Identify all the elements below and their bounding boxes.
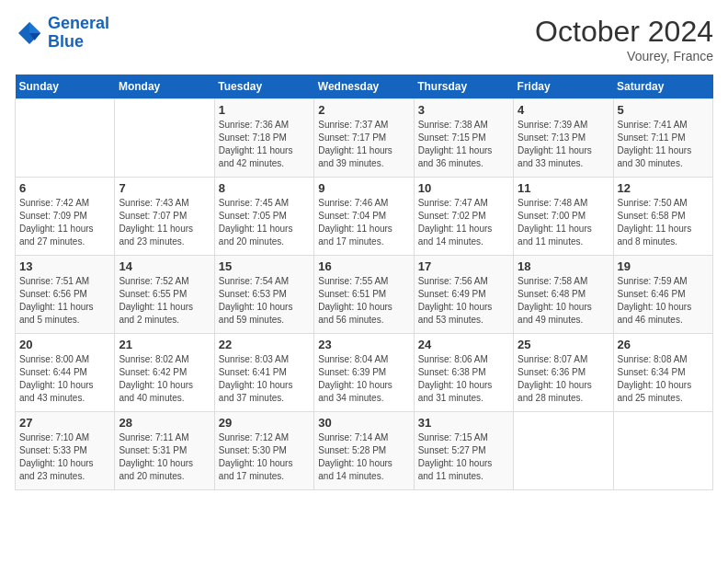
calendar-cell: 6Sunrise: 7:42 AM Sunset: 7:09 PM Daylig… [16,178,115,256]
calendar-cell: 16Sunrise: 7:55 AM Sunset: 6:51 PM Dayli… [314,256,414,334]
day-detail: Sunrise: 7:37 AM Sunset: 7:17 PM Dayligh… [318,119,409,170]
calendar-week-row: 27Sunrise: 7:10 AM Sunset: 5:33 PM Dayli… [16,412,713,490]
calendar-cell: 26Sunrise: 8:08 AM Sunset: 6:34 PM Dayli… [613,334,712,412]
day-detail: Sunrise: 8:03 AM Sunset: 6:41 PM Dayligh… [219,353,310,405]
day-number: 27 [19,416,110,430]
weekday-header: Friday [514,75,613,99]
day-number: 22 [219,338,310,351]
weekday-header: Monday [115,75,214,99]
calendar-cell: 9Sunrise: 7:46 AM Sunset: 7:04 PM Daylig… [314,178,414,256]
day-detail: Sunrise: 7:14 AM Sunset: 5:28 PM Dayligh… [318,431,409,483]
calendar-cell: 25Sunrise: 8:07 AM Sunset: 6:36 PM Dayli… [514,334,613,412]
calendar-header: SundayMondayTuesdayWednesdayThursdayFrid… [16,75,713,99]
day-number: 13 [19,259,110,273]
calendar-cell: 22Sunrise: 8:03 AM Sunset: 6:41 PM Dayli… [214,334,313,412]
day-detail: Sunrise: 7:42 AM Sunset: 7:09 PM Dayligh… [19,197,110,248]
calendar-cell: 12Sunrise: 7:50 AM Sunset: 6:58 PM Dayli… [613,178,712,256]
day-number: 11 [518,181,609,195]
day-detail: Sunrise: 7:58 AM Sunset: 6:48 PM Dayligh… [518,275,609,327]
day-detail: Sunrise: 7:36 AM Sunset: 7:18 PM Dayligh… [219,119,310,170]
day-number: 29 [219,416,310,430]
calendar-cell: 1Sunrise: 7:36 AM Sunset: 7:18 PM Daylig… [214,99,313,178]
day-detail: Sunrise: 8:00 AM Sunset: 6:44 PM Dayligh… [19,353,110,405]
day-number: 7 [119,181,210,195]
calendar-cell [16,99,115,178]
day-detail: Sunrise: 7:38 AM Sunset: 7:15 PM Dayligh… [418,119,509,170]
day-detail: Sunrise: 7:51 AM Sunset: 6:56 PM Dayligh… [19,275,110,327]
day-number: 3 [418,103,509,117]
calendar-cell: 10Sunrise: 7:47 AM Sunset: 7:02 PM Dayli… [414,178,513,256]
day-detail: Sunrise: 7:46 AM Sunset: 7:04 PM Dayligh… [318,197,409,248]
month-title: October 2024 [535,15,713,49]
calendar-cell: 24Sunrise: 8:06 AM Sunset: 6:38 PM Dayli… [414,334,513,412]
calendar-cell: 7Sunrise: 7:43 AM Sunset: 7:07 PM Daylig… [115,178,214,256]
day-detail: Sunrise: 7:47 AM Sunset: 7:02 PM Dayligh… [418,197,509,248]
day-number: 26 [618,338,709,351]
day-detail: Sunrise: 8:02 AM Sunset: 6:42 PM Dayligh… [119,353,210,405]
calendar-week-row: 13Sunrise: 7:51 AM Sunset: 6:56 PM Dayli… [16,256,713,334]
day-number: 16 [318,259,409,273]
day-number: 1 [219,103,310,117]
day-detail: Sunrise: 7:48 AM Sunset: 7:00 PM Dayligh… [518,197,609,248]
calendar-week-row: 20Sunrise: 8:00 AM Sunset: 6:44 PM Dayli… [16,334,713,412]
calendar-cell: 11Sunrise: 7:48 AM Sunset: 7:00 PM Dayli… [514,178,613,256]
day-detail: Sunrise: 8:06 AM Sunset: 6:38 PM Dayligh… [418,353,509,405]
day-number: 8 [219,181,310,195]
calendar-cell: 8Sunrise: 7:45 AM Sunset: 7:05 PM Daylig… [214,178,313,256]
day-number: 6 [19,181,110,195]
calendar-cell: 30Sunrise: 7:14 AM Sunset: 5:28 PM Dayli… [314,412,414,490]
title-block: October 2024 Vourey, France [535,15,713,63]
weekday-header: Tuesday [214,75,313,99]
day-number: 25 [518,338,609,351]
weekday-header: Wednesday [314,75,414,99]
calendar-cell: 31Sunrise: 7:15 AM Sunset: 5:27 PM Dayli… [414,412,513,490]
svg-marker-1 [29,22,40,33]
day-number: 5 [618,103,709,117]
calendar-cell [613,412,712,490]
day-number: 15 [219,259,310,273]
day-detail: Sunrise: 7:41 AM Sunset: 7:11 PM Dayligh… [618,119,709,170]
day-detail: Sunrise: 7:55 AM Sunset: 6:51 PM Dayligh… [318,275,409,327]
day-number: 24 [418,338,509,351]
day-detail: Sunrise: 7:11 AM Sunset: 5:31 PM Dayligh… [119,431,210,483]
day-number: 9 [318,181,409,195]
location-subtitle: Vourey, France [535,49,713,63]
day-number: 23 [318,338,409,351]
calendar-cell: 3Sunrise: 7:38 AM Sunset: 7:15 PM Daylig… [414,99,513,178]
page-header: General Blue October 2024 Vourey, France [15,15,713,63]
day-detail: Sunrise: 7:43 AM Sunset: 7:07 PM Dayligh… [119,197,210,248]
calendar-cell: 13Sunrise: 7:51 AM Sunset: 6:56 PM Dayli… [16,256,115,334]
calendar-cell: 4Sunrise: 7:39 AM Sunset: 7:13 PM Daylig… [514,99,613,178]
calendar-cell: 28Sunrise: 7:11 AM Sunset: 5:31 PM Dayli… [115,412,214,490]
calendar-week-row: 1Sunrise: 7:36 AM Sunset: 7:18 PM Daylig… [16,99,713,178]
calendar-cell: 19Sunrise: 7:59 AM Sunset: 6:46 PM Dayli… [613,256,712,334]
day-number: 21 [119,338,210,351]
calendar-week-row: 6Sunrise: 7:42 AM Sunset: 7:09 PM Daylig… [16,178,713,256]
calendar-cell: 29Sunrise: 7:12 AM Sunset: 5:30 PM Dayli… [214,412,313,490]
logo-icon [15,18,44,48]
day-detail: Sunrise: 7:12 AM Sunset: 5:30 PM Dayligh… [219,431,310,483]
logo: General Blue [15,15,109,52]
calendar-cell: 5Sunrise: 7:41 AM Sunset: 7:11 PM Daylig… [613,99,712,178]
day-number: 17 [418,259,509,273]
day-detail: Sunrise: 8:08 AM Sunset: 6:34 PM Dayligh… [618,353,709,405]
day-number: 28 [119,416,210,430]
day-detail: Sunrise: 8:04 AM Sunset: 6:39 PM Dayligh… [318,353,409,405]
weekday-header-row: SundayMondayTuesdayWednesdayThursdayFrid… [16,75,713,99]
day-number: 20 [19,338,110,351]
day-detail: Sunrise: 7:39 AM Sunset: 7:13 PM Dayligh… [518,119,609,170]
day-number: 4 [518,103,609,117]
calendar-cell: 27Sunrise: 7:10 AM Sunset: 5:33 PM Dayli… [16,412,115,490]
weekday-header: Thursday [414,75,513,99]
calendar-cell: 21Sunrise: 8:02 AM Sunset: 6:42 PM Dayli… [115,334,214,412]
calendar-cell: 18Sunrise: 7:58 AM Sunset: 6:48 PM Dayli… [514,256,613,334]
day-detail: Sunrise: 7:15 AM Sunset: 5:27 PM Dayligh… [418,431,509,483]
day-number: 31 [418,416,509,430]
day-detail: Sunrise: 7:52 AM Sunset: 6:55 PM Dayligh… [119,275,210,327]
day-detail: Sunrise: 7:54 AM Sunset: 6:53 PM Dayligh… [219,275,310,327]
calendar-cell: 20Sunrise: 8:00 AM Sunset: 6:44 PM Dayli… [16,334,115,412]
calendar-table: SundayMondayTuesdayWednesdayThursdayFrid… [15,75,713,490]
calendar-cell: 2Sunrise: 7:37 AM Sunset: 7:17 PM Daylig… [314,99,414,178]
day-number: 10 [418,181,509,195]
day-number: 12 [618,181,709,195]
